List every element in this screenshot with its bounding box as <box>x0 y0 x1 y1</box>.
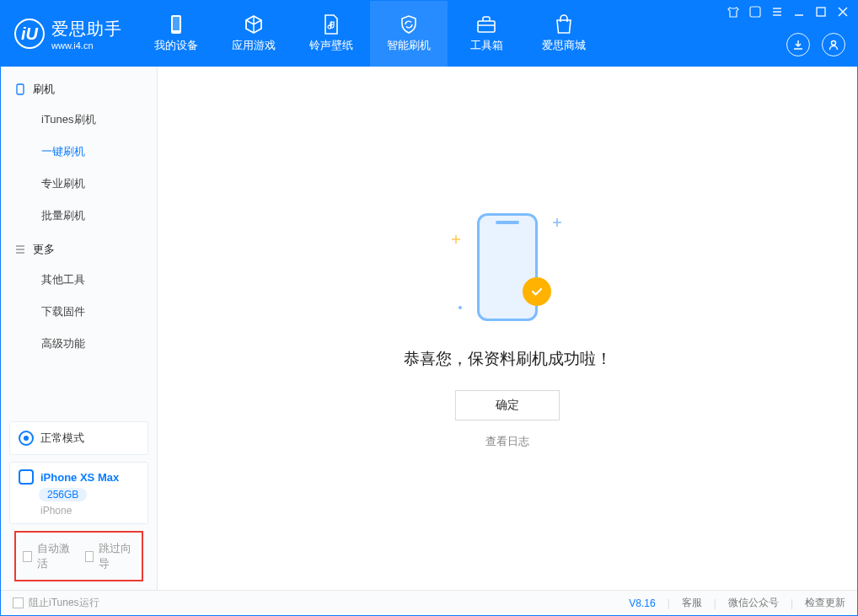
phone-icon <box>166 14 186 35</box>
svg-rect-6 <box>17 84 24 94</box>
top-bar: iU 爱思助手 www.i4.cn 我的设备 应用游戏 <box>1 1 857 67</box>
footer-link-wechat[interactable]: 微信公众号 <box>728 596 779 610</box>
app-name-cn: 爱思助手 <box>51 18 122 40</box>
footer: 阻止iTunes运行 V8.16 | 客服 | 微信公众号 | 检查更新 <box>1 590 857 615</box>
sidebar-section-flash: 刷机 <box>1 72 157 104</box>
app-name-en: www.i4.cn <box>51 40 122 51</box>
feedback-icon[interactable] <box>748 4 763 19</box>
tab-label: 爱思商城 <box>542 38 586 53</box>
footer-link-update[interactable]: 检查更新 <box>805 596 845 610</box>
success-illustration <box>448 208 566 326</box>
version-label: V8.16 <box>629 597 655 609</box>
minimize-icon[interactable] <box>791 4 807 19</box>
sidebar-item-download-firmware[interactable]: 下载固件 <box>1 296 157 328</box>
sidebar-item-oneclick-flash[interactable]: 一键刷机 <box>1 136 157 168</box>
tab-toolbox[interactable]: 工具箱 <box>448 1 525 67</box>
check-badge-icon <box>523 277 551 306</box>
sparkle-icon <box>553 217 561 225</box>
device-icon <box>19 469 34 485</box>
phone-outline-icon <box>14 83 26 95</box>
app-window: iU 爱思助手 www.i4.cn 我的设备 应用游戏 <box>1 1 857 615</box>
main-content: 恭喜您，保资料刷机成功啦！ 确定 查看日志 <box>158 67 857 590</box>
section-title-label: 刷机 <box>33 82 55 97</box>
checkbox-auto-activate[interactable]: 自动激活 <box>23 541 73 571</box>
view-log-link[interactable]: 查看日志 <box>485 434 529 449</box>
tab-label: 应用游戏 <box>232 38 276 53</box>
checkbox-box-icon <box>23 551 32 562</box>
checkbox-label: 自动激活 <box>37 541 73 571</box>
svg-rect-1 <box>173 17 180 30</box>
svg-point-5 <box>832 41 836 46</box>
body: 刷机 iTunes刷机 一键刷机 专业刷机 批量刷机 更多 其他工具 下载固件 … <box>1 67 857 590</box>
bag-icon <box>554 14 574 35</box>
shirt-icon[interactable] <box>726 4 741 19</box>
tab-smart-flash[interactable]: 智能刷机 <box>370 1 448 67</box>
menu-icon[interactable] <box>770 4 785 19</box>
storage-badge: 256GB <box>39 488 87 501</box>
checkbox-prevent-itunes[interactable]: 阻止iTunes运行 <box>13 596 99 610</box>
sidebar-bottom: 正常模式 iPhone XS Max 256GB iPhone 自动激活 <box>1 415 157 590</box>
sparkle-icon <box>457 301 465 309</box>
footer-right: V8.16 | 客服 | 微信公众号 | 检查更新 <box>629 596 845 610</box>
tab-label: 我的设备 <box>154 38 198 53</box>
tab-label: 工具箱 <box>470 38 503 53</box>
phone-illustration-icon <box>477 213 538 321</box>
sidebar: 刷机 iTunes刷机 一键刷机 专业刷机 批量刷机 更多 其他工具 下载固件 … <box>1 67 158 590</box>
sidebar-item-other-tools[interactable]: 其他工具 <box>1 264 157 296</box>
logo-icon: iU <box>14 19 45 49</box>
logo-area: iU 爱思助手 www.i4.cn <box>1 1 137 67</box>
success-message: 恭喜您，保资料刷机成功啦！ <box>404 348 612 370</box>
download-button[interactable] <box>786 33 810 56</box>
window-controls <box>726 4 850 19</box>
hamburger-icon <box>14 244 26 255</box>
main-tabs: 我的设备 应用游戏 铃声壁纸 智能刷机 <box>137 1 603 67</box>
sidebar-item-advanced[interactable]: 高级功能 <box>1 328 157 360</box>
checkbox-skip-guide[interactable]: 跳过向导 <box>85 541 136 571</box>
sidebar-item-pro-flash[interactable]: 专业刷机 <box>1 168 157 200</box>
device-name-label: iPhone XS Max <box>40 471 119 484</box>
checkbox-box-icon <box>85 551 94 562</box>
svg-rect-3 <box>750 7 760 17</box>
checkbox-label: 跳过向导 <box>99 541 135 571</box>
mode-card[interactable]: 正常模式 <box>9 421 148 455</box>
checkbox-box-icon <box>13 597 24 608</box>
separator: | <box>714 597 716 609</box>
ok-button[interactable]: 确定 <box>455 390 560 420</box>
separator: | <box>668 597 670 609</box>
checkbox-label: 阻止iTunes运行 <box>29 596 99 610</box>
device-top: iPhone XS Max <box>19 469 119 485</box>
tab-label: 智能刷机 <box>387 38 431 53</box>
toolbox-icon <box>476 14 496 35</box>
top-right-actions <box>786 33 845 56</box>
tab-apps-games[interactable]: 应用游戏 <box>215 1 292 67</box>
close-icon[interactable] <box>835 4 850 19</box>
sidebar-scroll: 刷机 iTunes刷机 一键刷机 专业刷机 批量刷机 更多 其他工具 下载固件 … <box>1 67 157 415</box>
music-file-icon <box>321 14 341 35</box>
sidebar-item-itunes-flash[interactable]: iTunes刷机 <box>1 104 157 136</box>
tab-label: 铃声壁纸 <box>309 38 353 53</box>
sidebar-item-batch-flash[interactable]: 批量刷机 <box>1 200 157 232</box>
refresh-shield-icon <box>399 14 419 35</box>
device-sub-label: iPhone <box>40 505 72 517</box>
logo-text: 爱思助手 www.i4.cn <box>51 18 122 51</box>
section-title-label: 更多 <box>33 242 55 257</box>
user-button[interactable] <box>822 33 845 56</box>
maximize-icon[interactable] <box>813 4 829 19</box>
mode-icon <box>19 431 34 446</box>
separator: | <box>791 597 793 609</box>
checkbox-highlight-row: 自动激活 跳过向导 <box>14 531 143 581</box>
mode-label: 正常模式 <box>40 431 84 446</box>
svg-rect-4 <box>817 8 825 16</box>
tab-store[interactable]: 爱思商城 <box>525 1 603 67</box>
footer-link-support[interactable]: 客服 <box>682 596 702 610</box>
tab-my-device[interactable]: 我的设备 <box>137 1 215 67</box>
svg-rect-2 <box>478 21 495 32</box>
device-card[interactable]: iPhone XS Max 256GB iPhone <box>9 462 148 524</box>
sparkle-icon <box>452 233 460 242</box>
svg-point-7 <box>458 306 462 309</box>
tab-ringtones-wallpapers[interactable]: 铃声壁纸 <box>292 1 370 67</box>
sidebar-section-more: 更多 <box>1 232 157 264</box>
footer-left: 阻止iTunes运行 <box>13 596 99 610</box>
cube-icon <box>244 14 264 35</box>
